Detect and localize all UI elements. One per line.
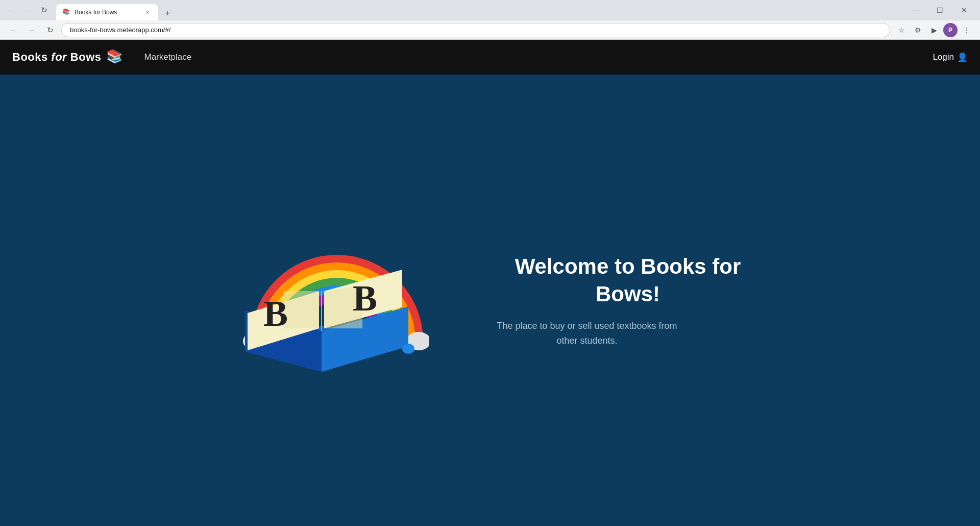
nav-forward-button[interactable]: → [24,23,39,37]
tab-close-button[interactable]: × [143,8,152,17]
svg-text:B: B [263,293,288,334]
tab-title: Books for Bows [75,9,139,16]
marketplace-link[interactable]: Marketplace [140,50,195,64]
svg-text:B: B [353,278,377,319]
books-icon: 📚 [106,49,124,66]
app-container: Books for Bows 📚 Marketplace Login 👤 [0,40,980,526]
brand-text: Books for Bows [12,51,101,64]
menu-button[interactable]: ⋮ [960,23,974,37]
refresh-button[interactable]: ↻ [37,3,51,17]
tab-favicon: 📚 [62,8,70,16]
close-button[interactable]: ✕ [952,2,976,18]
toolbar-icons: ☆ ⚙ ▶ P ⋮ [894,23,974,37]
minimize-button[interactable]: — [903,2,927,18]
brand: Books for Bows 📚 [12,49,124,66]
svg-marker-6 [283,291,319,328]
navbar: Books for Bows 📚 Marketplace Login 👤 [0,40,980,75]
hero-section: B B Welcome to Books for Bows! The place [0,75,980,526]
book-svg: B B [214,219,429,382]
hero-content: B B Welcome to Books for Bows! The place [184,219,796,382]
bookmark-button[interactable]: ☆ [894,23,909,37]
new-tab-button[interactable]: + [160,6,175,20]
login-label: Login [933,52,954,62]
nav-refresh-button[interactable]: ↻ [43,23,57,37]
address-bar-row: ← → ↻ ☆ ⚙ ▶ P ⋮ [0,20,980,40]
user-icon: 👤 [957,52,968,63]
login-button[interactable]: Login 👤 [933,52,968,63]
browser-chrome: ← → ↻ 📚 Books for Bows × + — ☐ ✕ [0,0,980,20]
back-button[interactable]: ← [4,3,18,17]
hero-title: Welcome to Books for Bows! [490,253,766,308]
address-input[interactable] [61,23,890,37]
window-controls: — ☐ ✕ [903,2,976,18]
browser-controls: ← → ↻ [4,3,51,17]
profile-button[interactable]: P [943,23,958,37]
maximize-button[interactable]: ☐ [928,2,951,18]
tab-bar: 📚 Books for Bows × + [56,0,900,20]
cast-button[interactable]: ▶ [927,23,941,37]
hero-illustration: B B [214,219,429,382]
hero-subtitle: The place to buy or sell used textbooks … [490,319,684,348]
forward-button[interactable]: → [20,3,35,17]
active-tab[interactable]: 📚 Books for Bows × [56,4,158,20]
svg-point-12 [402,344,414,354]
nav-back-button[interactable]: ← [6,23,20,37]
extensions-button[interactable]: ⚙ [911,23,925,37]
hero-text: Welcome to Books for Bows! The place to … [490,253,766,348]
